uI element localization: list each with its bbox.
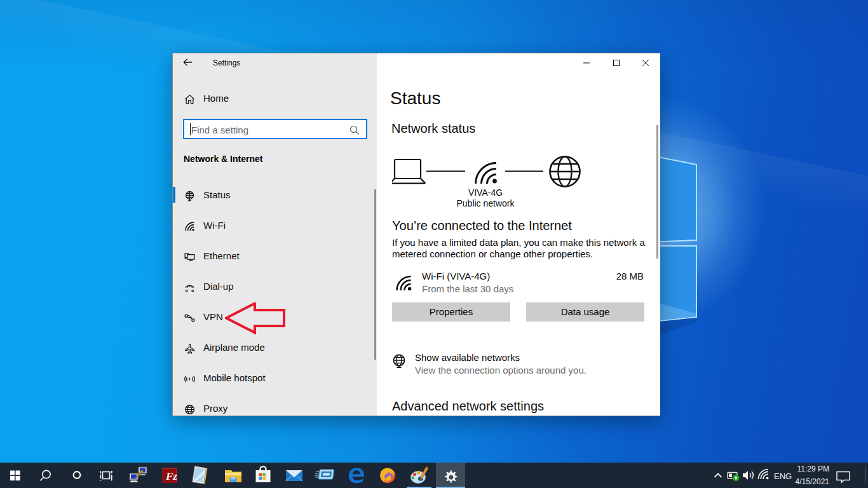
svg-text:Fz: Fz xyxy=(165,470,177,482)
